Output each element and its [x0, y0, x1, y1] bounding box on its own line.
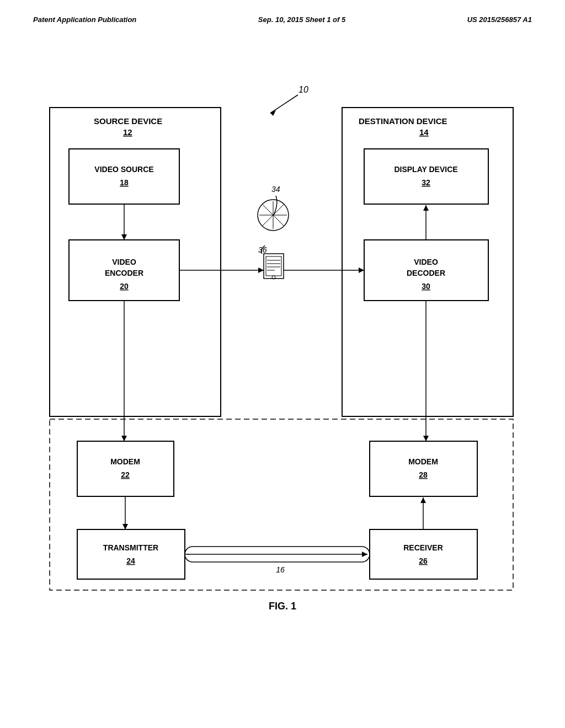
- ref-10-label: 10: [299, 85, 308, 94]
- arrow-station-decoder-head: [359, 267, 364, 273]
- video-source-number: 18: [120, 178, 129, 187]
- diagram: 10 SOURCE DEVICE 12 DESTINATION DEVICE 1…: [33, 55, 532, 634]
- arrow-modem-tx-head: [122, 524, 128, 529]
- header-left: Patent Application Publication: [33, 15, 136, 24]
- arrow-ve-modem-head: [121, 436, 127, 441]
- arrow-encoder-station-head: [258, 267, 264, 273]
- receiver-number: 26: [419, 556, 428, 565]
- video-encoder-number: 20: [120, 282, 129, 291]
- base-station-body: [264, 254, 284, 279]
- diagram-svg: 10 SOURCE DEVICE 12 DESTINATION DEVICE 1…: [33, 55, 532, 634]
- modem-right-box: [370, 441, 477, 496]
- video-decoder-label1: VIDEO: [414, 258, 438, 266]
- base-station-inner: [266, 256, 281, 276]
- modem-left-box: [77, 441, 174, 496]
- receiver-label: RECEIVER: [403, 543, 443, 552]
- video-source-box: [69, 149, 179, 204]
- source-device-number: 12: [123, 127, 132, 137]
- antenna-34-label: 34: [271, 185, 280, 194]
- fig-label: FIG. 1: [269, 601, 296, 612]
- video-encoder-label1: VIDEO: [112, 258, 136, 266]
- header: Patent Application Publication Sep. 10, …: [33, 15, 532, 24]
- transmitter-number: 24: [126, 556, 135, 565]
- display-device-label: DISPLAY DEVICE: [394, 165, 457, 174]
- source-device-label: SOURCE DEVICE: [94, 116, 162, 126]
- ref-10-line: [270, 95, 298, 113]
- transmitter-box: [77, 529, 185, 579]
- antenna-36-label: 36: [258, 245, 267, 254]
- modem-right-number: 28: [419, 470, 428, 479]
- arrow-vd-dd-head: [423, 205, 429, 211]
- video-source-label: VIDEO SOURCE: [94, 165, 153, 174]
- page: Patent Application Publication Sep. 10, …: [0, 0, 565, 728]
- arrow-vs-ve-head: [121, 234, 127, 240]
- display-device-number: 32: [422, 178, 430, 187]
- channel-arrow-head: [362, 552, 367, 557]
- destination-device-number: 14: [419, 127, 429, 137]
- modem-left-number: 22: [121, 470, 130, 479]
- transmitter-label: TRANSMITTER: [103, 543, 158, 552]
- channel-box: [50, 419, 513, 590]
- arrow-rx-modem-head: [420, 497, 426, 503]
- receiver-box: [370, 529, 477, 579]
- header-center: Sep. 10, 2015 Sheet 1 of 5: [258, 15, 345, 24]
- header-right: US 2015/256857 A1: [467, 15, 532, 24]
- display-device-box: [364, 149, 488, 204]
- video-decoder-label2: DECODER: [407, 269, 445, 277]
- modem-left-label: MODEM: [110, 457, 140, 466]
- video-encoder-label2: ENCODER: [105, 269, 143, 277]
- video-decoder-number: 30: [422, 282, 430, 291]
- modem-right-label: MODEM: [408, 457, 438, 466]
- arrow-vd-modem-head: [423, 436, 429, 441]
- channel-label: 16: [276, 565, 285, 574]
- destination-device-label: DESTINATION DEVICE: [359, 116, 447, 126]
